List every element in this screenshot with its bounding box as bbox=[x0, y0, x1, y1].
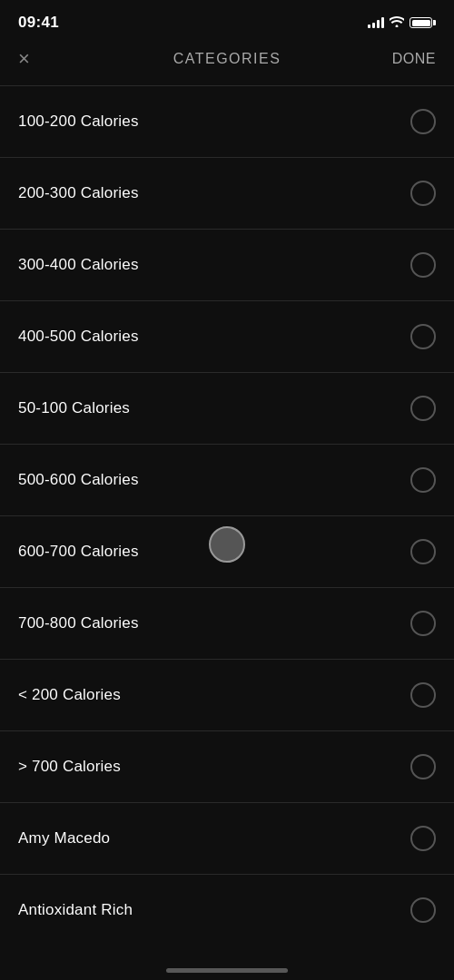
category-label: 100-200 Calories bbox=[18, 113, 139, 131]
category-radio[interactable] bbox=[410, 611, 436, 636]
category-radio[interactable] bbox=[410, 109, 436, 134]
category-radio[interactable] bbox=[410, 396, 436, 421]
wifi-icon bbox=[390, 15, 404, 30]
category-radio[interactable] bbox=[410, 539, 436, 564]
list-item[interactable]: 50-100 Calories bbox=[0, 373, 454, 445]
category-label: < 200 Calories bbox=[18, 686, 121, 704]
list-item[interactable]: < 200 Calories bbox=[0, 660, 454, 731]
category-list: 100-200 Calories200-300 Calories300-400 … bbox=[0, 86, 454, 946]
category-label: 700-800 Calories bbox=[18, 614, 139, 632]
category-label: 50-100 Calories bbox=[18, 399, 130, 417]
category-radio[interactable] bbox=[410, 897, 436, 923]
category-label: 500-600 Calories bbox=[18, 471, 139, 489]
battery-icon bbox=[410, 17, 436, 28]
status-bar: 09:41 bbox=[0, 0, 454, 40]
category-label: 200-300 Calories bbox=[18, 184, 139, 202]
category-radio[interactable] bbox=[410, 467, 436, 493]
category-label: Antioxidant Rich bbox=[18, 901, 133, 919]
signal-bar-3 bbox=[377, 20, 380, 28]
category-radio[interactable] bbox=[410, 252, 436, 278]
page-title: CATEGORIES bbox=[173, 51, 281, 67]
battery-tip bbox=[433, 20, 436, 25]
list-item[interactable]: Amy Macedo bbox=[0, 803, 454, 875]
category-label: 300-400 Calories bbox=[18, 256, 139, 274]
list-item[interactable]: Antioxidant Rich bbox=[0, 875, 454, 946]
nav-header: × CATEGORIES DONE bbox=[0, 40, 454, 85]
list-item[interactable]: 700-800 Calories bbox=[0, 588, 454, 660]
signal-bar-1 bbox=[368, 24, 370, 28]
battery-body bbox=[410, 17, 432, 28]
category-radio[interactable] bbox=[410, 682, 436, 708]
category-radio[interactable] bbox=[410, 826, 436, 851]
signal-bar-4 bbox=[381, 17, 384, 28]
home-indicator bbox=[0, 959, 454, 980]
signal-bar-2 bbox=[372, 23, 375, 28]
signal-bars-icon bbox=[368, 17, 384, 28]
category-label: 600-700 Calories bbox=[18, 543, 139, 561]
category-radio[interactable] bbox=[410, 754, 436, 779]
status-icons bbox=[368, 15, 436, 30]
list-item[interactable]: 400-500 Calories bbox=[0, 301, 454, 373]
list-item[interactable]: 300-400 Calories bbox=[0, 230, 454, 301]
list-item[interactable]: > 700 Calories bbox=[0, 731, 454, 803]
list-item[interactable]: 200-300 Calories bbox=[0, 158, 454, 230]
battery-fill bbox=[412, 20, 430, 26]
done-button[interactable]: DONE bbox=[392, 51, 436, 67]
status-time: 09:41 bbox=[18, 14, 59, 32]
close-button[interactable]: × bbox=[18, 49, 30, 69]
list-item[interactable]: 500-600 Calories bbox=[0, 445, 454, 516]
list-item[interactable]: 600-700 Calories bbox=[0, 516, 454, 588]
list-item[interactable]: 100-200 Calories bbox=[0, 86, 454, 158]
category-label: Amy Macedo bbox=[18, 829, 110, 848]
category-radio[interactable] bbox=[410, 324, 436, 349]
category-radio[interactable] bbox=[410, 181, 436, 206]
category-label: > 700 Calories bbox=[18, 758, 121, 776]
home-bar bbox=[166, 968, 288, 973]
category-label: 400-500 Calories bbox=[18, 328, 139, 346]
